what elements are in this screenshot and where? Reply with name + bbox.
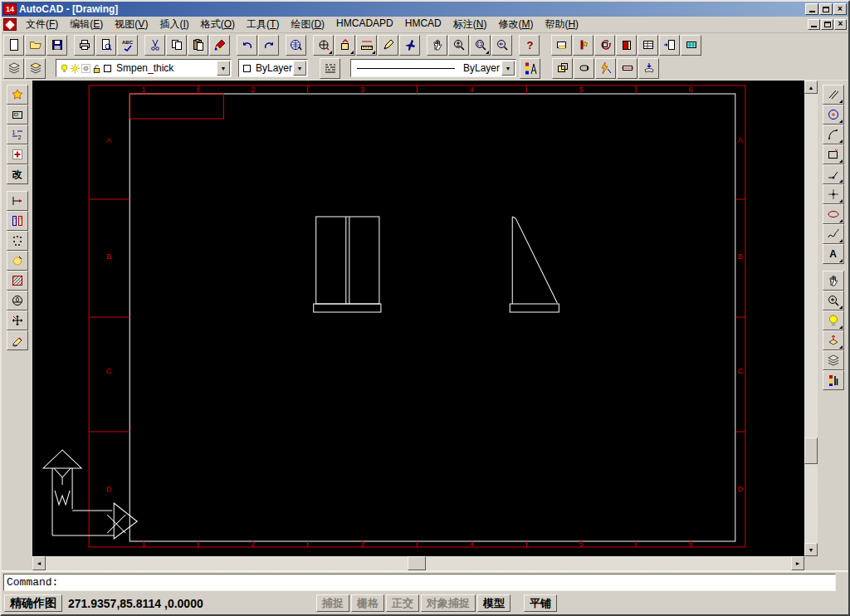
menu-f[interactable]: 文件(F) [20, 17, 64, 32]
insert-doc-button[interactable] [659, 35, 680, 56]
zoom-realtime-button[interactable] [448, 35, 469, 56]
status-toggle-1[interactable]: 栅格 [351, 594, 384, 612]
circle-center-button[interactable] [823, 105, 844, 125]
vertical-scroll-thumb[interactable] [804, 438, 818, 464]
menu-i[interactable]: 插入(I) [154, 17, 194, 32]
doc-close-button[interactable]: × [834, 19, 847, 30]
redo-button[interactable] [258, 35, 279, 56]
hm-hatch-button[interactable] [7, 271, 28, 291]
properties-button[interactable] [520, 58, 540, 79]
arc-draw-button[interactable] [823, 125, 844, 144]
hm-window-button[interactable] [7, 105, 28, 125]
spec-table-button[interactable] [638, 35, 658, 56]
layer-combo[interactable]: Smpen_thick ▼ [56, 59, 232, 77]
command-input[interactable]: Command: [3, 574, 836, 591]
hm-axis-button[interactable] [7, 191, 28, 211]
menu-hmcadapd[interactable]: HMCADAPD [330, 17, 399, 32]
pipe-section-button[interactable] [617, 58, 638, 79]
menu-d[interactable]: 绘图(D) [285, 17, 330, 32]
parallel-lines-button[interactable] [823, 85, 844, 105]
view-3d-button[interactable] [823, 330, 844, 350]
tracking-button[interactable] [313, 35, 334, 56]
launch-browser-button[interactable] [286, 35, 306, 56]
status-toggle-4[interactable]: 模型 [477, 594, 510, 612]
minimize-button[interactable] [805, 3, 818, 15]
polyline-node-button[interactable] [823, 164, 844, 184]
hm-move-button[interactable] [7, 310, 28, 330]
cylinder-button[interactable] [574, 58, 594, 79]
scroll-left-button[interactable]: ◄ [32, 556, 46, 570]
zoom-plus-button[interactable] [823, 291, 844, 310]
close-button[interactable]: × [833, 3, 847, 15]
red-marker-button[interactable] [573, 35, 594, 56]
distance-button[interactable] [356, 35, 377, 56]
cyan-table-button[interactable] [681, 35, 701, 56]
pan-hand-button[interactable] [823, 271, 844, 291]
drawing-canvas[interactable]: 112233445566AABBCCDD [32, 81, 804, 556]
make-object-layer-current-button[interactable] [3, 58, 24, 79]
menu-t[interactable]: 工具(T) [241, 17, 285, 32]
ellipse-draw-button[interactable] [823, 204, 844, 224]
linetype-combo[interactable]: ByLayer ▼ [350, 59, 516, 77]
zoom-window-button[interactable] [470, 35, 491, 56]
hm-erase-button[interactable] [7, 330, 28, 350]
status-toggle-5[interactable]: 平铺 [524, 594, 557, 612]
menu-o[interactable]: 格式(O) [195, 17, 241, 32]
red-book-button[interactable] [616, 35, 637, 56]
rect-break-button[interactable] [823, 144, 844, 164]
layers-button[interactable] [25, 58, 46, 79]
menu-m[interactable]: 修改(M) [492, 17, 539, 32]
lightning-pen-button[interactable] [595, 58, 616, 79]
paste-button[interactable] [188, 35, 208, 56]
status-toggle-3[interactable]: 对象捕捉 [421, 594, 476, 612]
color-combo[interactable]: ByLayer ▼ [238, 59, 308, 77]
layer-freeze-sun-icon[interactable] [70, 63, 81, 74]
hm-sequence-button[interactable]: 12 [7, 125, 28, 144]
print-preview-button[interactable] [95, 35, 116, 56]
linetype-combo-dropdown[interactable]: ▼ [501, 61, 515, 76]
layer-freeze-viewport-icon[interactable] [81, 63, 91, 74]
menu-hmcad[interactable]: HMCAD [399, 17, 447, 32]
vertical-scrollbar[interactable]: ▲ ▼ [804, 81, 818, 556]
scroll-down-button[interactable]: ▼ [804, 543, 818, 556]
hm-star-button[interactable] [7, 85, 28, 105]
hm-dome-button[interactable] [7, 291, 28, 310]
status-toggle-2[interactable]: 正交 [386, 594, 419, 612]
color-combo-dropdown[interactable]: ▼ [293, 61, 306, 76]
restore-button[interactable] [819, 3, 833, 15]
rotate-view-button[interactable] [594, 35, 615, 56]
zoom-previous-button[interactable] [491, 35, 512, 56]
bulb-layer-button[interactable] [823, 310, 844, 330]
color-palette-button[interactable] [823, 370, 844, 390]
menu-v[interactable]: 视图(V) [109, 17, 154, 32]
menu-e[interactable]: 编辑(E) [64, 17, 109, 32]
document-icon[interactable] [3, 18, 17, 31]
layer-combo-dropdown[interactable]: ▼ [217, 61, 230, 76]
open-button[interactable] [25, 35, 46, 56]
cut-button[interactable] [144, 35, 165, 56]
help-button[interactable]: ? [519, 35, 540, 56]
doc-minimize-button[interactable] [808, 19, 820, 30]
print-button[interactable] [74, 35, 95, 56]
text-a-button[interactable]: A [823, 244, 844, 264]
point-draw-button[interactable] [823, 184, 844, 204]
menu-n[interactable]: 标注(N) [447, 17, 493, 32]
hm-dots-button[interactable] [7, 231, 28, 251]
undo-button[interactable] [237, 35, 257, 56]
layer-lock-icon[interactable] [91, 63, 102, 74]
menu-h[interactable]: 帮助(H) [539, 17, 584, 32]
text-gai-button[interactable]: 改 [7, 164, 28, 184]
block-insert-button[interactable] [552, 58, 573, 79]
aerial-view-button[interactable] [399, 35, 420, 56]
pan-realtime-button[interactable] [427, 35, 447, 56]
horizontal-scrollbar[interactable]: ◄ ► [32, 556, 804, 570]
redraw-button[interactable] [378, 35, 398, 56]
spell-check-button[interactable]: ABC [117, 35, 138, 56]
horizontal-scroll-thumb[interactable] [408, 556, 426, 570]
spline-draw-button[interactable] [823, 224, 844, 244]
new-button[interactable] [3, 35, 24, 56]
hm-plus-button[interactable] [7, 144, 28, 164]
scroll-up-button[interactable]: ▲ [804, 81, 818, 94]
layer-on-bulb-icon[interactable] [59, 63, 70, 74]
send-stack-button[interactable] [638, 58, 659, 79]
